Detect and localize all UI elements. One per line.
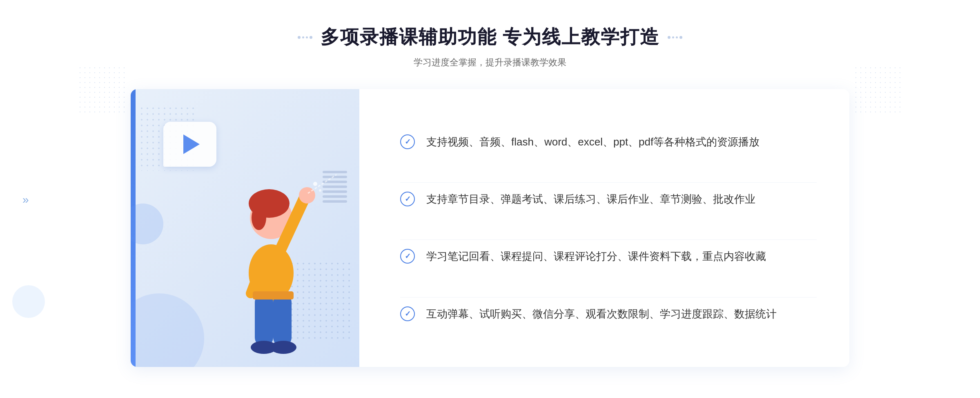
chevron-icon: » bbox=[22, 194, 29, 206]
person-illustration bbox=[206, 154, 336, 367]
dot-7 bbox=[676, 36, 678, 38]
checkmark-3: ✓ bbox=[405, 253, 411, 260]
checkmark-4: ✓ bbox=[405, 310, 411, 318]
features-panel: ✓ 支持视频、音频、flash、word、excel、ppt、pdf等各种格式的… bbox=[359, 89, 849, 367]
feature-item-3: ✓ 学习笔记回看、课程提问、课程评论打分、课件资料下载，重点内容收藏 bbox=[400, 239, 817, 273]
side-circle-decoration bbox=[12, 285, 45, 318]
play-icon bbox=[183, 134, 200, 154]
header-dots-left bbox=[298, 36, 312, 39]
svg-point-3 bbox=[252, 206, 266, 230]
dot-6 bbox=[672, 36, 674, 38]
check-icon-2: ✓ bbox=[400, 192, 415, 206]
left-chevron-decoration: » bbox=[22, 194, 29, 206]
svg-rect-14 bbox=[253, 291, 294, 300]
check-icon-1: ✓ bbox=[400, 134, 415, 149]
dot-8 bbox=[679, 36, 682, 39]
checkmark-2: ✓ bbox=[405, 195, 411, 203]
dot-3 bbox=[306, 36, 308, 38]
svg-rect-7 bbox=[255, 293, 273, 347]
dot-2 bbox=[302, 36, 304, 38]
check-icon-3: ✓ bbox=[400, 249, 415, 264]
blue-circle-large bbox=[131, 293, 204, 367]
svg-rect-8 bbox=[273, 293, 292, 347]
header-section: 多项录播课辅助功能 专为线上教学打造 学习进度全掌握，提升录播课教学效果 bbox=[298, 25, 683, 69]
checkmark-1: ✓ bbox=[405, 138, 411, 145]
svg-point-12 bbox=[313, 182, 317, 186]
svg-point-10 bbox=[270, 341, 296, 354]
feature-text-2: 支持章节目录、弹题考试、课后练习、课后作业、章节测验、批改作业 bbox=[426, 191, 755, 208]
check-icon-4: ✓ bbox=[400, 306, 415, 321]
dot-5 bbox=[668, 36, 670, 39]
header-decorators: 多项录播课辅助功能 专为线上教学打造 bbox=[298, 25, 683, 50]
main-title: 多项录播课辅助功能 专为线上教学打造 bbox=[321, 25, 660, 50]
svg-point-13 bbox=[319, 189, 321, 192]
decorative-dots-top-right bbox=[853, 65, 902, 114]
header-dots-right bbox=[668, 36, 682, 39]
page-container: » 多项录播课辅助功能 专为线上教学打造 学习进度全掌握，提升录播课教学效果 bbox=[0, 0, 980, 398]
feature-text-1: 支持视频、音频、flash、word、excel、ppt、pdf等各种格式的资源… bbox=[426, 134, 760, 151]
dot-4 bbox=[310, 36, 312, 39]
dot-1 bbox=[298, 36, 301, 39]
blue-circle-small bbox=[131, 203, 163, 244]
feature-text-4: 互动弹幕、试听购买、微信分享、观看次数限制、学习进度跟踪、数据统计 bbox=[426, 306, 777, 323]
illustration-panel bbox=[131, 89, 359, 367]
content-card: ✓ 支持视频、音频、flash、word、excel、ppt、pdf等各种格式的… bbox=[131, 89, 849, 367]
decorative-dots-top-left bbox=[78, 65, 127, 114]
feature-item-4: ✓ 互动弹幕、试听购买、微信分享、观看次数限制、学习进度跟踪、数据统计 bbox=[400, 297, 817, 331]
feature-item-1: ✓ 支持视频、音频、flash、word、excel、ppt、pdf等各种格式的… bbox=[400, 125, 817, 159]
feature-text-3: 学习笔记回看、课程提问、课程评论打分、课件资料下载，重点内容收藏 bbox=[426, 248, 766, 265]
feature-item-2: ✓ 支持章节目录、弹题考试、课后练习、课后作业、章节测验、批改作业 bbox=[400, 182, 817, 216]
subtitle: 学习进度全掌握，提升录播课教学效果 bbox=[298, 56, 683, 69]
